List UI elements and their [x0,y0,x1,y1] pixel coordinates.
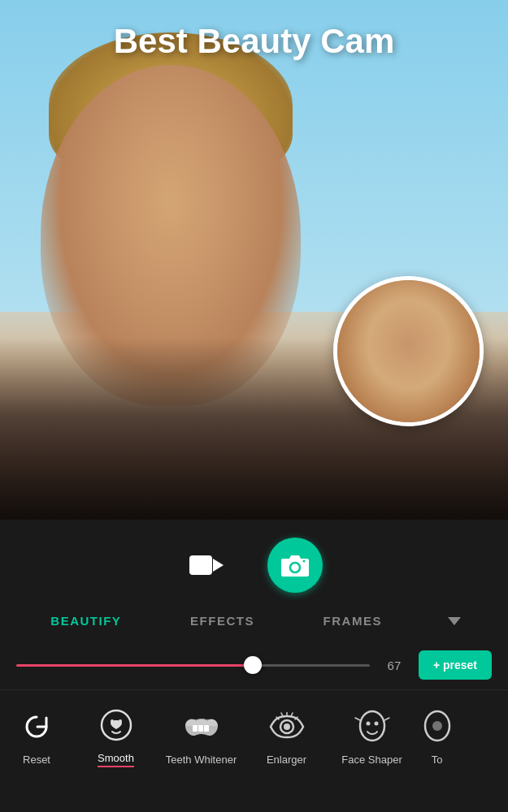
tone-svg [419,708,456,745]
app-title: Best Beauty Cam [0,23,508,60]
reset-icon [16,706,57,747]
tool-tone-partial[interactable]: To [415,700,459,772]
tab-effects[interactable]: EFFECTS [182,607,263,634]
teeth-svg [181,715,222,739]
svg-point-3 [292,565,297,571]
smooth-label: Smooth [98,752,134,767]
controls-area: BEAUTIFY EFFECTS FRAMES 67 + preset Rese… [0,520,508,812]
smooth-svg [98,706,135,744]
svg-point-4 [302,560,305,563]
svg-rect-9 [198,725,203,732]
slider-value: 67 [382,659,406,672]
svg-point-19 [366,722,370,726]
teeth-whitener-label: Teeth Whitener [166,754,237,766]
svg-point-6 [111,719,114,723]
enlarger-label: Enlarger [267,754,306,766]
svg-rect-8 [193,725,198,732]
svg-point-7 [119,719,122,723]
tone-label: To [432,754,443,766]
tab-frames[interactable]: FRAMES [315,607,390,634]
tools-row: Reset Smooth [0,689,508,774]
face-shaper-icon [352,706,393,747]
tool-teeth-whitener[interactable]: Teeth Whitener [158,700,244,772]
svg-marker-1 [213,559,224,572]
tool-smooth[interactable]: Smooth [73,698,158,774]
tool-reset[interactable]: Reset [0,700,73,772]
video-mode-button[interactable] [186,545,227,585]
svg-point-12 [284,723,290,730]
eye-svg [267,712,307,741]
beauty-slider-thumb[interactable] [244,656,262,674]
inset-comparison-photo [333,276,484,426]
teeth-whitener-icon [181,706,222,747]
reset-svg [21,711,52,742]
photo-area: Best Beauty Cam [0,0,508,520]
smooth-icon [96,705,137,745]
photo-mode-button[interactable] [267,538,323,593]
enlarger-icon [267,706,307,747]
svg-rect-10 [204,725,209,732]
tool-enlarger[interactable]: Enlarger [244,700,329,772]
svg-point-22 [432,721,442,731]
video-mode-icon [189,552,224,578]
tabs-row: BEAUTIFY EFFECTS FRAMES [0,607,508,634]
svg-point-18 [360,711,384,741]
reset-label: Reset [23,754,50,766]
camera-mode-row [0,520,508,607]
beauty-slider-track[interactable] [16,664,370,667]
face-shaper-label: Face Shaper [341,754,402,766]
tool-face-shaper[interactable]: Face Shaper [329,700,415,772]
preset-button[interactable]: + preset [419,650,492,680]
more-tabs-button[interactable] [443,610,466,633]
chevron-down-icon [448,617,461,625]
camera-icon [280,553,310,577]
tab-beautify[interactable]: BEAUTIFY [42,607,129,634]
svg-point-20 [374,722,378,726]
tone-icon [417,706,458,747]
person-overlay [0,0,508,520]
inset-face-image [337,280,480,422]
slider-row: 67 + preset [0,641,508,689]
svg-rect-0 [189,555,212,575]
face-shaper-svg [354,708,391,745]
